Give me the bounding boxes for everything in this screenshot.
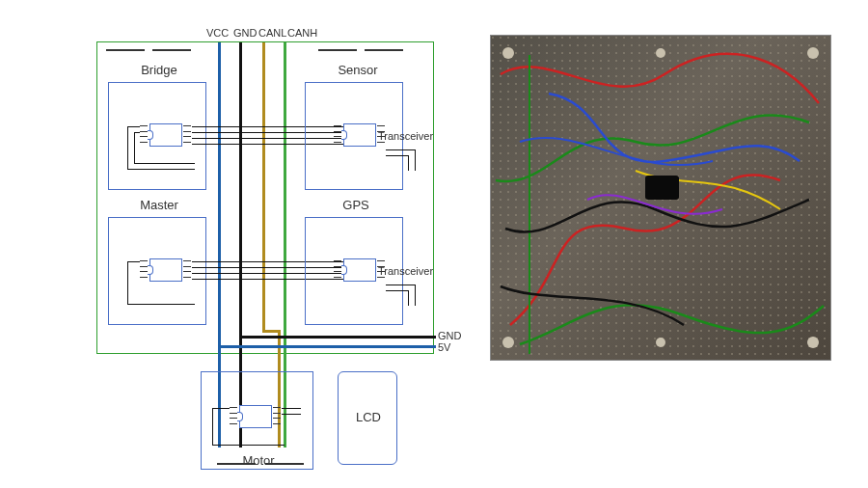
label-transceiver-gps: Transceiver (378, 265, 433, 277)
label-rail-5v: 5V (438, 341, 450, 353)
label-canh: CANH (287, 27, 317, 39)
chip-sensor (343, 123, 376, 147)
header-pad (365, 49, 403, 51)
rail-gnd (239, 336, 436, 339)
header-pad (152, 49, 191, 51)
chip-master (149, 258, 182, 282)
chip-motor (239, 405, 272, 428)
label-canl: CANL (258, 27, 286, 39)
title-lcd: LCD (349, 410, 388, 424)
title-gps: GPS (332, 198, 380, 212)
label-transceiver-sensor: Transceiver (378, 130, 433, 142)
rail-5v (218, 345, 436, 348)
photo-perfboard-back (490, 35, 831, 361)
svg-point-3 (502, 47, 514, 59)
header-pad (106, 49, 145, 51)
svg-point-6 (807, 337, 819, 348)
diagram-stage: { "header": { "vcc": "VCC", "gnd": "GND"… (0, 0, 868, 488)
svg-point-4 (807, 47, 819, 59)
chip-gps (343, 258, 376, 282)
label-gnd: GND (233, 27, 257, 39)
title-sensor: Sensor (324, 63, 392, 77)
chip-bridge (149, 123, 182, 147)
svg-point-5 (502, 337, 514, 348)
label-rail-gnd: GND (438, 330, 461, 341)
svg-point-8 (656, 338, 665, 347)
bus-canl (262, 42, 265, 332)
svg-rect-2 (645, 176, 679, 200)
title-motor: Motor (230, 453, 287, 468)
title-bridge: Bridge (125, 63, 193, 77)
title-master: Master (125, 198, 193, 212)
svg-point-7 (656, 48, 665, 58)
label-vcc: VCC (206, 27, 229, 39)
header-pad (318, 49, 357, 51)
